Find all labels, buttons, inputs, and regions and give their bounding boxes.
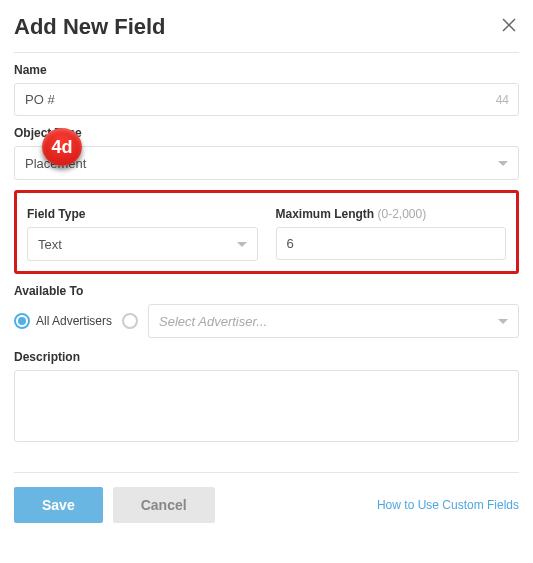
chevron-down-icon	[498, 319, 508, 324]
name-input[interactable]	[14, 83, 519, 116]
add-field-modal: Add New Field Name 44 Object Type 4d Pla…	[0, 0, 533, 533]
max-length-hint: (0-2,000)	[378, 207, 427, 221]
available-to-label: Available To	[14, 284, 519, 298]
divider	[14, 472, 519, 473]
help-link[interactable]: How to Use Custom Fields	[377, 498, 519, 512]
field-type-value: Text	[38, 237, 62, 252]
radio-icon	[122, 313, 138, 329]
field-type-select[interactable]: Text	[27, 227, 258, 261]
object-type-select[interactable]: Placement	[14, 146, 519, 180]
max-length-input[interactable]	[276, 227, 507, 260]
modal-header: Add New Field	[14, 14, 519, 53]
description-textarea[interactable]	[14, 370, 519, 442]
radio-icon	[14, 313, 30, 329]
max-length-label: Maximum Length (0-2,000)	[276, 207, 507, 221]
chevron-down-icon	[237, 242, 247, 247]
save-button[interactable]: Save	[14, 487, 103, 523]
radio-select-advertiser[interactable]	[122, 313, 138, 329]
modal-title: Add New Field	[14, 14, 166, 40]
close-icon[interactable]	[499, 15, 519, 39]
modal-footer: Save Cancel How to Use Custom Fields	[14, 487, 519, 523]
name-label: Name	[14, 63, 519, 77]
highlighted-section: Field Type Text Maximum Length (0-2,000)	[14, 190, 519, 274]
name-char-count: 44	[496, 93, 509, 107]
select-advertiser-placeholder: Select Advertiser...	[159, 314, 267, 329]
name-input-wrap: 44	[14, 83, 519, 116]
radio-all-advertisers[interactable]: All Advertisers	[14, 313, 112, 329]
annotation-badge: 4d	[42, 128, 82, 166]
select-advertiser-dropdown[interactable]: Select Advertiser...	[148, 304, 519, 338]
description-label: Description	[14, 350, 519, 364]
chevron-down-icon	[498, 161, 508, 166]
object-type-label: Object Type	[14, 126, 519, 140]
radio-all-label: All Advertisers	[36, 314, 112, 328]
field-type-label: Field Type	[27, 207, 258, 221]
cancel-button[interactable]: Cancel	[113, 487, 215, 523]
